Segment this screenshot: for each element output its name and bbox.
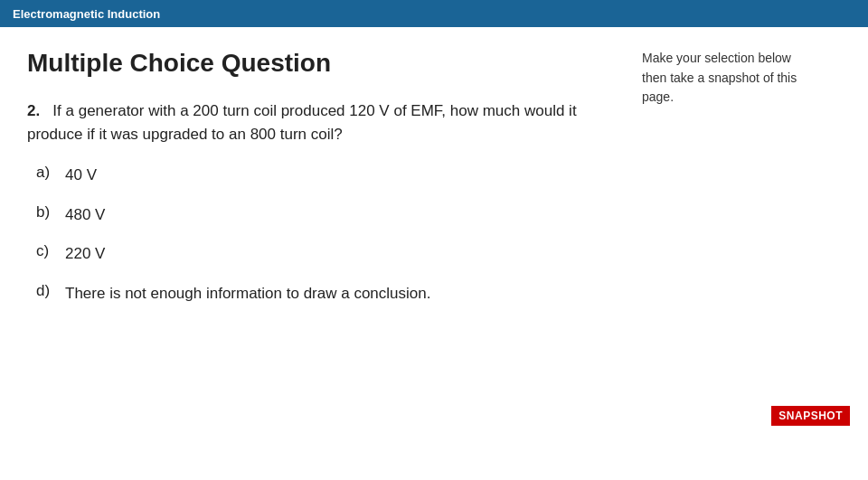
answer-item-b[interactable]: b) 480 V (36, 203, 606, 227)
question-text: 2. If a generator with a 200 turn coil p… (27, 99, 606, 146)
answer-text-b: 480 V (65, 203, 105, 227)
snapshot-button[interactable]: SNAPSHOT (771, 406, 850, 426)
answer-text-a: 40 V (65, 164, 97, 187)
instruction-line2: then take a snapshot of this (642, 71, 797, 85)
page-title: Multiple Choice Question (27, 49, 606, 78)
answer-label-d: d) (36, 282, 65, 300)
content-area: Multiple Choice Question 2. If a generat… (0, 27, 868, 480)
header-bar: Electromagnetic Induction (0, 0, 868, 27)
instruction-text: Make your selection below then take a sn… (642, 49, 850, 108)
question-body: If a generator with a 200 turn coil prod… (27, 102, 577, 143)
instruction-line1: Make your selection below (642, 51, 791, 65)
answer-label-a: a) (36, 164, 65, 182)
header-title: Electromagnetic Induction (13, 7, 160, 21)
answer-text-c: 220 V (65, 242, 105, 266)
answer-item-a[interactable]: a) 40 V (36, 164, 606, 187)
instruction-line3: page. (642, 89, 674, 104)
answer-item-c[interactable]: c) 220 V (36, 242, 606, 266)
answer-item-d[interactable]: d) There is not enough information to dr… (36, 282, 606, 306)
question-block: 2. If a generator with a 200 turn coil p… (27, 99, 606, 305)
right-panel: Make your selection below then take a sn… (633, 27, 868, 480)
answer-label-c: c) (36, 242, 65, 260)
answer-text-d: There is not enough information to draw … (65, 282, 430, 306)
question-number: 2. (27, 102, 40, 119)
main-panel: Multiple Choice Question 2. If a generat… (0, 27, 633, 480)
answer-label-b: b) (36, 203, 65, 221)
answers-list: a) 40 V b) 480 V c) 220 V d) There is no… (27, 164, 606, 305)
